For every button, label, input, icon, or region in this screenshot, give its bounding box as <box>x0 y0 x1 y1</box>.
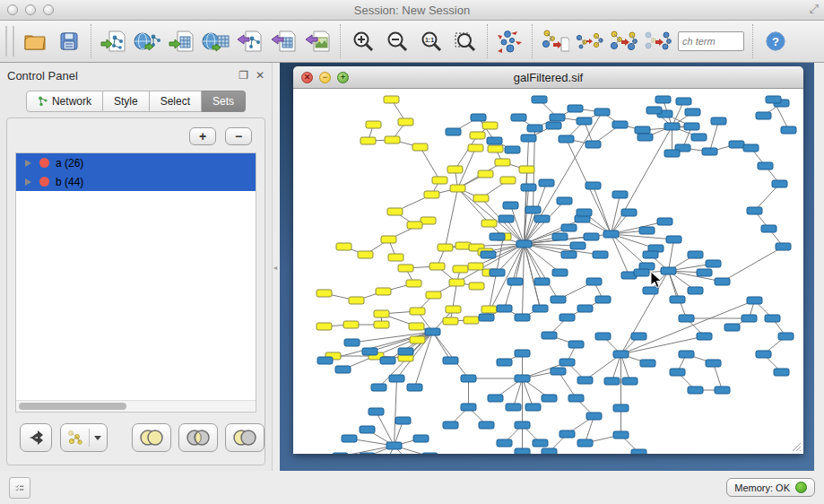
tab-sets[interactable]: Sets <box>202 91 246 112</box>
window-titlebar: Session: New Session ⤢ <box>0 0 824 21</box>
expander-icon[interactable] <box>25 178 31 186</box>
first-neighbors-icon <box>609 29 638 54</box>
venn-intersection-icon <box>185 429 212 447</box>
zoom-in-icon <box>351 30 375 53</box>
import-network-file-button[interactable] <box>97 24 131 58</box>
svg-text:?: ? <box>772 35 779 48</box>
network-canvas[interactable] <box>293 89 803 454</box>
resize-grip-icon[interactable] <box>789 439 802 452</box>
union-sets-button[interactable] <box>132 423 171 452</box>
main-toolbar: 1:1 <box>0 21 824 63</box>
export-image-button[interactable] <box>301 24 335 58</box>
zoom-fit-icon: 1:1 <box>420 30 443 53</box>
import-table-url-button[interactable] <box>199 24 233 58</box>
network-tab-icon <box>38 96 48 107</box>
toolbar-separator <box>340 24 342 58</box>
set-row-a[interactable]: a (26) <box>16 153 256 172</box>
tab-style[interactable]: Style <box>103 91 150 112</box>
horizontal-scrollbar[interactable] <box>16 400 256 412</box>
intersect-sets-button[interactable] <box>178 423 218 452</box>
export-table-button[interactable] <box>267 24 301 58</box>
task-history-button[interactable] <box>9 477 30 499</box>
tab-label: Style <box>114 95 138 108</box>
expander-icon[interactable] <box>25 160 31 167</box>
set-label: b (44) <box>56 176 83 188</box>
network-desktop: ✕ − + galFiltered.sif <box>280 63 814 471</box>
memory-ok-icon <box>795 482 807 493</box>
venn-buttons <box>132 423 265 452</box>
difference-sets-button[interactable] <box>225 423 265 452</box>
export-network-icon <box>237 30 264 53</box>
network-frame-title: galFiltered.sif <box>293 71 803 84</box>
open-file-button[interactable] <box>18 24 52 58</box>
zoom-out-button[interactable] <box>380 24 414 58</box>
splitter-collapse-icon[interactable]: ◂ <box>273 264 277 272</box>
network-stars-button[interactable] <box>572 24 606 58</box>
tab-label: Network <box>52 95 91 108</box>
zoom-out-icon <box>386 30 409 53</box>
close-panel-icon[interactable]: ✕ <box>256 70 265 81</box>
sets-list[interactable]: a (26) b (44) <box>15 152 256 413</box>
control-panel-title: Control Panel <box>7 69 231 83</box>
tab-select[interactable]: Select <box>150 91 202 112</box>
save-session-button[interactable] <box>52 24 86 58</box>
yellow-network-icon <box>66 430 84 446</box>
help-button[interactable]: ? <box>759 24 793 58</box>
sets-panel: + − a (26) b (44) <box>6 117 265 465</box>
network-graph[interactable] <box>293 89 803 454</box>
import-network-url-button[interactable] <box>131 24 165 58</box>
extract-set-button[interactable] <box>60 423 108 452</box>
export-network-button[interactable] <box>233 24 267 58</box>
zoom-selected-button[interactable] <box>448 24 482 58</box>
control-panel-header: Control Panel ❐ ✕ <box>0 63 272 88</box>
split-set-button[interactable] <box>20 423 52 452</box>
network-from-selection-button[interactable] <box>538 24 572 58</box>
export-table-icon <box>271 30 298 53</box>
venn-difference-icon <box>231 429 258 447</box>
sets-actions <box>7 413 265 465</box>
tab-label: Sets <box>213 95 234 108</box>
network-from-selection-icon <box>541 29 569 54</box>
set-row-b[interactable]: b (44) <box>16 172 256 191</box>
help-icon: ? <box>765 30 786 52</box>
first-neighbors-button[interactable] <box>606 24 640 58</box>
save-session-icon <box>58 30 80 52</box>
import-network-url-icon <box>134 30 162 53</box>
toolbar-separator <box>532 24 533 58</box>
scrollbar-thumb[interactable] <box>19 403 126 410</box>
apply-layout-icon <box>497 29 524 54</box>
set-label: a (26) <box>56 157 83 169</box>
panel-splitter[interactable]: ◂ <box>273 63 280 471</box>
search-input[interactable] <box>678 31 744 51</box>
set-color-icon <box>39 158 49 168</box>
chevron-down-icon[interactable] <box>94 436 101 440</box>
main-area: Control Panel ❐ ✕ Network Style Se <box>0 63 824 471</box>
apply-layout-button[interactable] <box>493 24 527 58</box>
tab-label: Select <box>160 95 190 108</box>
zoom-fit-button[interactable]: 1:1 <box>414 24 448 58</box>
import-table-file-button[interactable] <box>165 24 199 58</box>
import-table-url-icon <box>202 30 230 53</box>
status-bar: Memory: OK <box>0 471 824 504</box>
memory-status-badge[interactable]: Memory: OK <box>726 478 815 497</box>
mouse-cursor-icon <box>650 271 663 289</box>
import-network-file-icon <box>100 30 127 53</box>
memory-label: Memory: OK <box>734 482 790 493</box>
remove-set-button[interactable]: − <box>225 127 252 145</box>
sets-toolbar: + − <box>7 118 265 152</box>
add-set-button[interactable]: + <box>189 127 216 145</box>
zoom-in-button[interactable] <box>346 24 380 58</box>
float-panel-icon[interactable]: ❐ <box>239 70 248 81</box>
task-checklist-icon <box>15 482 24 494</box>
tab-network[interactable]: Network <box>26 91 103 112</box>
toolbar-drag-handle[interactable] <box>5 26 14 56</box>
app-window: Session: New Session ⤢ <box>0 0 824 504</box>
network-frame-titlebar[interactable]: ✕ − + galFiltered.sif <box>293 66 803 89</box>
network-frame: ✕ − + galFiltered.sif <box>293 66 803 454</box>
control-panel-tabbar: Network Style Select Sets <box>0 88 272 116</box>
hide-selected-button[interactable] <box>640 24 674 58</box>
export-image-icon <box>305 30 332 53</box>
network-stars-icon <box>575 29 603 54</box>
fullscreen-icon[interactable]: ⤢ <box>810 3 819 14</box>
import-table-file-icon <box>169 30 195 53</box>
